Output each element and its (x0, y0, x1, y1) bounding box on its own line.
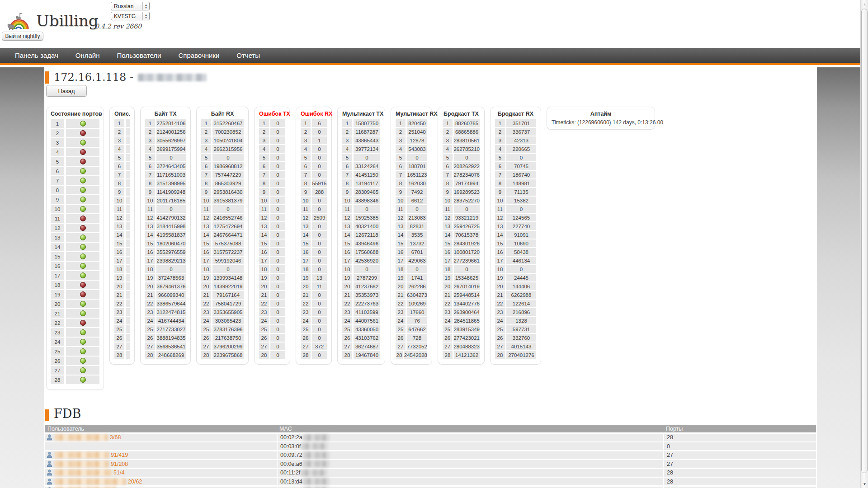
description-value (126, 162, 130, 170)
scrollbar[interactable]: ▲ ▼ (860, 0, 868, 488)
led-green-icon (80, 253, 86, 259)
counter-port-number: 16 (495, 248, 505, 256)
counter-panel-title: Байт RX (201, 109, 244, 119)
counter-row: 150 (259, 239, 285, 247)
counter-port-number: 23 (396, 308, 406, 316)
fdb-user-link[interactable]: 51/4 (55, 469, 124, 476)
port-led-cell (66, 375, 99, 384)
counter-value: 216896 (506, 308, 536, 316)
counter-port-number: 7 (145, 171, 155, 178)
counter-port-number: 18 (301, 265, 311, 273)
port-status-row: 1 (51, 119, 99, 128)
counter-row: 2341103599 (342, 308, 380, 316)
counter-value: 758041729 (212, 300, 244, 307)
counter-value: 2467664471 (212, 231, 244, 239)
counter-row: 26728 (396, 334, 427, 342)
fdb-title: FDB (54, 407, 81, 421)
counter-value: 0 (312, 128, 327, 136)
counter-row: 22134402776 (443, 300, 480, 307)
port-led-cell (66, 366, 99, 375)
counter-row: 22758041729 (201, 300, 244, 307)
blurred-mac (302, 443, 328, 450)
counter-port-number: 9 (145, 188, 155, 196)
port-number: 3 (51, 138, 64, 147)
spinner-arrows-icon[interactable]: ▲▼ (142, 12, 148, 20)
counter-row: 50 (495, 154, 536, 161)
counter-row: 2444007561 (342, 317, 380, 324)
counter-value: 2416552746 (212, 214, 244, 221)
counter-row: 21259448514 (443, 291, 480, 299)
scrollbar-thumb[interactable] (861, 9, 868, 473)
counter-value: 36274687 (354, 343, 380, 350)
counter-row: 2643103762 (342, 334, 380, 342)
counter-port-number: 2 (201, 128, 211, 136)
counter-value: 186740 (506, 171, 536, 178)
counter-port-number: 27 (301, 343, 311, 350)
counter-value: 865303929 (212, 179, 244, 187)
nav-item[interactable]: Справочники (178, 52, 219, 59)
counter-port-number: 15 (259, 239, 269, 247)
counter-value: 0 (354, 205, 380, 213)
counter-value: 283810561 (453, 136, 480, 144)
nav-item[interactable]: Пользователи (117, 52, 161, 59)
description-row: 11 (114, 205, 130, 213)
description-title: Опис. (114, 109, 130, 119)
led-green-icon (80, 244, 86, 250)
port-status-row: 10 (51, 205, 99, 213)
counter-value: 24542028 (404, 351, 427, 359)
back-button[interactable]: Назад (46, 85, 87, 97)
fdb-mac-prefix: 00:0e:a6 (280, 461, 302, 467)
led-green-icon (80, 329, 86, 335)
fdb-user-link[interactable]: 3/68 (55, 434, 121, 441)
counter-port-number: 5 (259, 154, 269, 161)
description-row: 14 (114, 231, 130, 239)
counter-value: 757447229 (212, 171, 244, 178)
counter-port-number: 28 (342, 351, 352, 359)
led-red-icon (80, 291, 86, 297)
counter-value: 0 (312, 325, 327, 333)
nav-item[interactable]: Отчеты (236, 52, 260, 59)
counter-port-number: 11 (259, 205, 269, 213)
led-green-icon (80, 377, 86, 383)
fdb-mac-prefix: 00:02:2a (280, 434, 302, 441)
fdb-user-link[interactable]: 91/208 (55, 461, 128, 467)
counter-port-number: 3 (145, 136, 155, 144)
counter-row: 70 (259, 171, 285, 178)
port-number: 14 (114, 231, 124, 239)
led-red-icon (80, 225, 86, 231)
nav-item[interactable]: Онлайн (75, 52, 100, 59)
description-value (126, 300, 130, 307)
counter-row: 250 (301, 325, 327, 333)
counter-row: 1293321219 (443, 214, 480, 221)
description-row: 1 (114, 119, 130, 127)
counter-value: 597731 (506, 325, 536, 333)
counter-row: 115807750 (342, 119, 380, 127)
logout-button[interactable]: Выйти nightfly (2, 32, 43, 41)
counter-value: 3568536541 (156, 343, 186, 350)
spinner-arrows-icon[interactable]: ▲▼ (142, 2, 148, 10)
counter-value: 0 (454, 205, 480, 213)
nav-item[interactable]: Панель задач (15, 52, 58, 59)
counter-value: 351701 (506, 119, 536, 127)
counter-value: 1050241804 (212, 136, 244, 144)
port-number: 7 (51, 176, 64, 185)
counter-value: 13 (312, 274, 327, 282)
fdb-user-link[interactable]: 20/62 (55, 479, 142, 485)
scrollbar-down-icon[interactable]: ▼ (861, 480, 868, 488)
led-red-icon (80, 216, 86, 221)
counter-value: 0 (270, 171, 285, 178)
counter-port-number: 23 (145, 308, 155, 316)
app-logo-text: Ubilling (36, 12, 99, 30)
counter-port-number: 22 (396, 300, 406, 307)
counter-value: 35353973 (354, 291, 380, 299)
server-select[interactable]: KVTSTG ▲▼ (111, 12, 150, 20)
scrollbar-up-icon[interactable]: ▲ (861, 0, 868, 8)
language-select[interactable]: Russian ▲▼ (111, 2, 150, 10)
counter-value: 1986968812 (212, 162, 244, 170)
fdb-user-link[interactable]: 91/419 (55, 452, 128, 458)
counter-value: 7492 (407, 188, 427, 196)
counter-value: 280488323 (453, 343, 480, 350)
blurred-mac (303, 478, 330, 485)
counter-row: 260 (259, 334, 285, 342)
counter-port-number: 21 (145, 291, 155, 299)
